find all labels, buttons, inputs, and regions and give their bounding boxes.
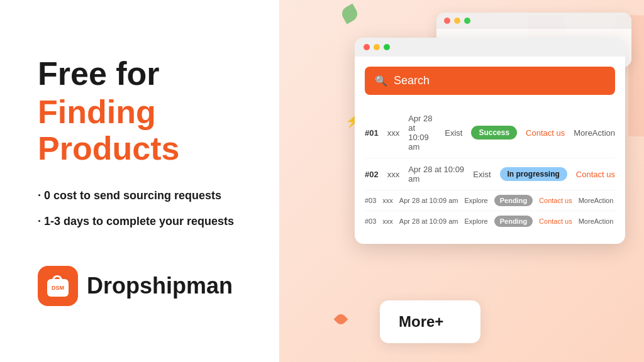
dot-yellow	[454, 18, 460, 24]
table-row: #03 xxx Apr 28 at 10:09 am Explore Pendi…	[365, 190, 615, 211]
row4-more[interactable]: MoreAction	[579, 217, 614, 225]
row2-xxx: xxx	[387, 170, 400, 179]
row1-type: Exist	[445, 128, 462, 138]
bullet-item-1: · 0 cost to send sourcing requests	[38, 189, 270, 202]
row1-xxx: xxx	[387, 128, 400, 138]
table-row: #01 xxx Apr 28 at 10:09 am Exist Success…	[365, 107, 615, 158]
right-section: M ⚡ Contact us 🔍 Search	[279, 0, 644, 362]
headline-free: Free for	[38, 56, 270, 92]
dot-green	[464, 18, 470, 24]
row1-badge: Success	[471, 126, 517, 140]
row1-date: Apr 28 at 10:09 am	[408, 114, 436, 151]
row2-id: #02	[365, 170, 379, 179]
row4-badge: Pending	[494, 216, 533, 227]
dot-red	[444, 18, 450, 24]
search-icon: 🔍	[375, 75, 387, 87]
row3-id: #03	[365, 197, 376, 204]
logo-abbr: DSM	[52, 285, 64, 291]
row4-date: Apr 28 at 10:09 am	[399, 217, 458, 225]
row4-id: #03	[365, 217, 376, 225]
logo-name: Dropshipman	[87, 273, 233, 299]
browser-main-window: 🔍 Search #01 xxx Apr 28 at 10:09 am Exis…	[355, 38, 625, 244]
row2-date: Apr 28 at 10:09 am	[408, 165, 464, 184]
more-plus-label: More+	[399, 313, 462, 331]
main-titlebar	[355, 38, 625, 57]
row3-more[interactable]: MoreAction	[579, 197, 614, 204]
row3-xxx: xxx	[382, 197, 393, 204]
logo-area: DSM Dropshipman	[38, 266, 270, 306]
table-row: #03 xxx Apr 28 at 10:09 am Explore Pendi…	[365, 211, 615, 231]
search-label: Search	[394, 74, 430, 87]
row1-contact[interactable]: Contact us	[526, 128, 565, 138]
bullet-list: · 0 cost to send sourcing requests · 1-3…	[38, 189, 270, 228]
row1-id: #01	[365, 128, 379, 138]
left-section: Free for Finding Products · 0 cost to se…	[0, 0, 302, 362]
row4-type: Explore	[464, 217, 487, 225]
search-bar[interactable]: 🔍 Search	[365, 67, 615, 95]
row3-type: Explore	[464, 197, 487, 204]
logo-icon: DSM	[38, 266, 78, 306]
row4-contact[interactable]: Contact us	[539, 217, 572, 225]
table-row: #02 xxx Apr 28 at 10:09 am Exist In prog…	[365, 158, 615, 190]
headline-finding: Finding Products	[38, 94, 270, 166]
row2-type: Exist	[473, 170, 491, 179]
back-titlebar	[436, 13, 631, 29]
dot-red-main	[364, 44, 370, 50]
row3-date: Apr 28 at 10:09 am	[399, 197, 458, 204]
leaf-top-icon	[340, 4, 360, 25]
leaf-bottom-icon	[334, 312, 348, 327]
row1-more[interactable]: MoreAction	[574, 128, 615, 138]
browser-content: 🔍 Search #01 xxx Apr 28 at 10:09 am Exis…	[355, 57, 625, 244]
row3-contact[interactable]: Contact us	[539, 197, 572, 204]
row3-badge: Pending	[494, 195, 533, 206]
row2-contact[interactable]: Contact us	[576, 170, 615, 179]
row2-badge: In progressing	[500, 167, 567, 181]
dot-yellow-main	[374, 44, 380, 50]
row4-xxx: xxx	[382, 217, 393, 225]
dot-green-main	[384, 44, 390, 50]
more-plus-card[interactable]: More+	[380, 300, 480, 343]
bullet-item-2: · 1-3 days to complete your requests	[38, 215, 270, 228]
